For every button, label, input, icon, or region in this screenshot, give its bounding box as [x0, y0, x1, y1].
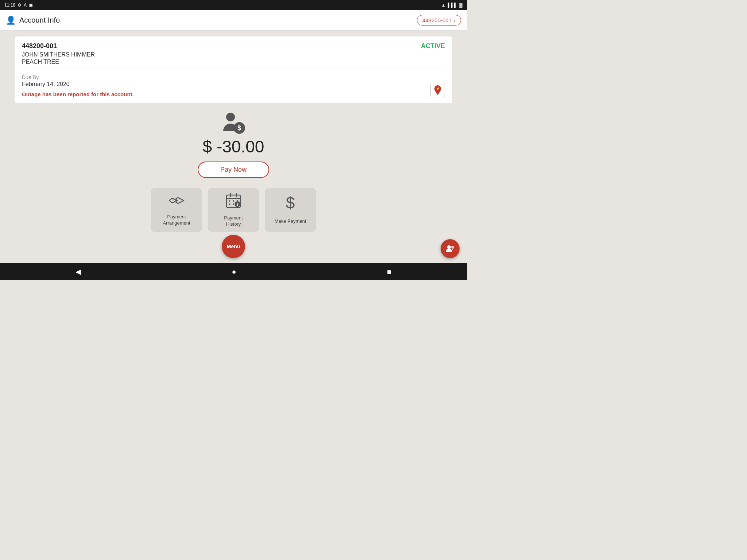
- due-by-label: Due By: [22, 74, 445, 80]
- svg-point-19: [451, 246, 454, 249]
- balance-section: $ $ -30.00 Pay Now: [15, 112, 452, 178]
- main-content: 448200-001 ACTIVE JOHN SMITHERS HIMMER P…: [0, 31, 467, 248]
- account-number: 448200-001: [22, 42, 445, 50]
- status-bar: 11:18 ⚙ A ▣ ▲ ▌▌▌ ▓: [0, 0, 467, 10]
- payment-arrangement-tile[interactable]: PaymentArrangement: [151, 188, 202, 232]
- settings-icon: ⚙: [18, 3, 22, 8]
- svg-point-18: [447, 245, 451, 249]
- battery-icon: ▓: [459, 3, 462, 8]
- svg-point-14: [233, 203, 234, 205]
- header-left: 👤 Account Info: [6, 16, 60, 25]
- make-payment-label: Make Payment: [275, 218, 306, 225]
- menu-fab-button[interactable]: Menu: [222, 235, 245, 258]
- wifi-icon: ▲: [441, 3, 446, 8]
- chevron-right-icon: ›: [454, 17, 456, 23]
- card-divider: [22, 70, 445, 70]
- dollar-sign-icon: $: [283, 195, 297, 215]
- svg-point-13: [229, 203, 230, 205]
- payment-history-label: PaymentHistory: [224, 215, 243, 228]
- font-icon: A: [24, 3, 27, 8]
- account-status: ACTIVE: [421, 42, 445, 50]
- svg-text:$: $: [286, 195, 295, 211]
- user-icon: 👤: [6, 16, 16, 25]
- recent-apps-button[interactable]: ■: [378, 265, 400, 279]
- navigation-bar: ◀ ● ■: [0, 263, 467, 280]
- svg-point-10: [229, 200, 230, 202]
- account-location: PEACH TREE: [22, 59, 445, 65]
- handshake-icon: [169, 194, 185, 210]
- pay-now-button[interactable]: Pay Now: [198, 162, 269, 178]
- balance-amount: $ -30.00: [203, 137, 264, 156]
- account-badge[interactable]: 448200-001 ›: [417, 15, 461, 26]
- make-payment-tile[interactable]: $ Make Payment: [265, 188, 316, 232]
- status-right: ▲ ▌▌▌ ▓: [441, 3, 462, 8]
- svg-point-2: [226, 113, 235, 121]
- signal-icon: ▌▌▌: [448, 3, 457, 8]
- account-card: 448200-001 ACTIVE JOHN SMITHERS HIMMER P…: [15, 36, 452, 103]
- outage-icon-button[interactable]: ⚡: [430, 83, 445, 97]
- app-header: 👤 Account Info 448200-001 ›: [0, 10, 467, 31]
- payment-arrangement-label: PaymentArrangement: [163, 214, 190, 226]
- payment-history-tile[interactable]: $ PaymentHistory: [208, 188, 259, 232]
- status-left: 11:18 ⚙ A ▣: [4, 3, 33, 8]
- svg-point-11: [233, 200, 234, 202]
- svg-point-5: [175, 199, 178, 202]
- sim-icon: ▣: [29, 3, 33, 8]
- action-tiles: PaymentArrangement $: [15, 188, 452, 232]
- calendar-dollar-icon: $: [226, 193, 241, 211]
- outage-message: Outage has been reported for this accoun…: [22, 91, 445, 97]
- contact-fab-button[interactable]: [441, 239, 460, 258]
- lightning-pin-icon: ⚡: [434, 85, 442, 95]
- back-button[interactable]: ◀: [67, 264, 90, 279]
- page-title: Account Info: [19, 16, 60, 24]
- customer-name: JOHN SMITHERS HIMMER: [22, 51, 445, 58]
- svg-text:⚡: ⚡: [436, 86, 440, 91]
- person-dollar-icon: $: [220, 112, 247, 135]
- account-badge-number: 448200-001: [422, 17, 452, 23]
- home-button[interactable]: ●: [223, 265, 245, 279]
- time-display: 11:18: [4, 3, 15, 8]
- people-icon: [445, 245, 455, 253]
- account-balance-icon: $: [220, 112, 247, 135]
- svg-text:$: $: [237, 124, 241, 132]
- due-date: February 14, 2020: [22, 81, 445, 88]
- svg-text:$: $: [236, 203, 238, 206]
